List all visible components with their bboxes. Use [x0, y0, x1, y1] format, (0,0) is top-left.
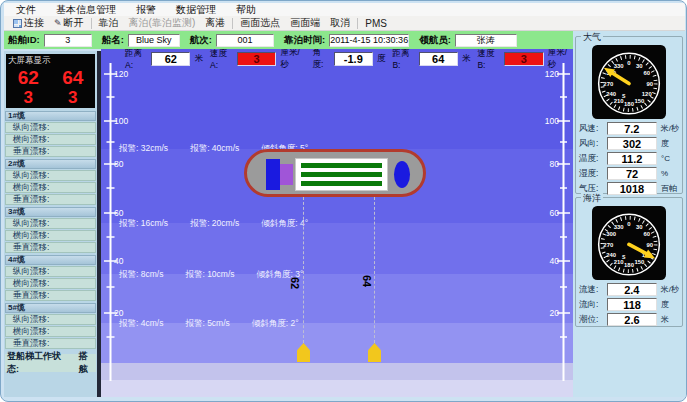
- pressure-value: 1018: [607, 182, 657, 195]
- cable-group-2: 2#缆 纵向漂移: 横向漂移: 垂直漂移:: [5, 159, 96, 205]
- tide-level-value: 2.6: [607, 313, 657, 326]
- wind-direction-gauge: 0 30 60 90 120 150 180 210 240 270 300 3…: [592, 45, 666, 119]
- toolbar-button-cancel[interactable]: 取消: [325, 17, 355, 30]
- warn-text: 报警: 5cm/s: [185, 318, 229, 330]
- ship-name-input[interactable]: Blue Sky: [128, 34, 180, 47]
- dial-label: 30: [636, 224, 643, 230]
- axis-tick-label: 100: [114, 116, 128, 126]
- wind-speed-value: 7.2: [607, 122, 657, 135]
- dial-label: 150: [634, 259, 645, 265]
- gangway-status-value: 搭舷: [79, 350, 96, 376]
- toolbar-button-moor[interactable]: 靠泊: [94, 17, 124, 30]
- berthing-canvas[interactable]: 距离A: 62 米 速度A: 3 厘米/秒 角度: -1.9 度 距离B: 64…: [101, 49, 573, 397]
- toolbar-button-disconnect[interactable]: ✎ 断开: [49, 17, 89, 30]
- axis-tick-label: 120: [114, 69, 128, 79]
- pilot-label: 领航员:: [419, 34, 451, 47]
- cable-5-lateral-drift-button[interactable]: 横向漂移:: [5, 326, 96, 337]
- alarm-text: 报警: 8cm/s: [119, 269, 163, 281]
- pilot-input[interactable]: 张涛: [455, 34, 517, 47]
- cable-2-vertical-drift-button[interactable]: 垂直漂移:: [5, 194, 96, 205]
- cable-5-longitudinal-drift-button[interactable]: 纵向漂移:: [5, 314, 96, 325]
- toolbar-button-connect[interactable]: 连接: [8, 17, 49, 30]
- disconnect-icon: ✎: [54, 19, 62, 28]
- cable-4-vertical-drift-button[interactable]: 垂直漂移:: [5, 290, 96, 301]
- pressure-unit: 百帕: [661, 183, 677, 194]
- menu-item-help[interactable]: 帮助: [236, 3, 256, 17]
- display-speed-b: 3: [68, 88, 77, 107]
- ship-bow-tank: [394, 161, 410, 188]
- display-speed-a: 3: [24, 88, 33, 107]
- berth-time-field: 靠泊时间: 2011-4-15 10:30:36: [284, 34, 409, 47]
- dial-label: 210: [614, 98, 625, 104]
- cable-2-longitudinal-drift-button[interactable]: 纵向漂移:: [5, 170, 96, 181]
- menu-item-data-management[interactable]: 数据管理: [176, 3, 216, 17]
- cable-1-vertical-drift-button[interactable]: 垂直漂移:: [5, 146, 96, 157]
- cable-2-lateral-drift-button[interactable]: 横向漂移:: [5, 182, 96, 193]
- humidity-unit: %: [661, 169, 668, 178]
- current-speed-unit: 米/秒: [661, 284, 679, 295]
- ship-superstructure: [266, 159, 280, 190]
- ship-id-input[interactable]: 3: [44, 34, 92, 47]
- warn-text: 报警: 10cm/s: [185, 269, 234, 281]
- cable-5-vertical-drift-button[interactable]: 垂直漂移:: [5, 338, 96, 349]
- axis-tick-label: 60: [114, 208, 123, 218]
- warn-text: 报警: 20cm/s: [190, 218, 239, 230]
- current-direction-row: 流向: 118 度: [576, 297, 682, 312]
- cargo-hatch: [301, 163, 382, 168]
- ship-name-field: 船名: Blue Sky: [102, 34, 180, 47]
- cable-4-longitudinal-drift-button[interactable]: 纵向漂移:: [5, 266, 96, 277]
- dial-label: 210: [614, 259, 625, 265]
- toolbar-button-screen-end[interactable]: 画面端: [285, 17, 325, 30]
- cable-4-lateral-drift-button[interactable]: 横向漂移:: [5, 278, 96, 289]
- cable-group-5-header: 5#缆: [5, 303, 96, 313]
- pilot-field: 领航员: 张涛: [419, 34, 517, 47]
- cargo-hatch: [301, 172, 382, 177]
- cable-group-3: 3#缆 纵向漂移: 横向漂移: 垂直漂移:: [5, 207, 96, 253]
- cable-1-lateral-drift-button[interactable]: 横向漂移:: [5, 134, 96, 145]
- menu-item-basic-info[interactable]: 基本信息管理: [56, 3, 116, 17]
- axis-tick-label: 80: [541, 159, 559, 169]
- toolbar-button-pms[interactable]: PMS: [360, 17, 392, 30]
- toolbar-separator: [91, 18, 92, 29]
- temperature-label: 温度:: [579, 153, 607, 165]
- left-panel: 大屏幕显示 62 64 3 3 1#缆 纵向漂移: 横向漂移: 垂直漂移: 2#…: [4, 51, 97, 397]
- current-speed-label: 流速:: [579, 284, 607, 296]
- gangway-status-label: 登船梯工作状态:: [7, 350, 71, 376]
- warn-text: 报警: 40cm/s: [190, 143, 239, 155]
- cable-3-lateral-drift-button[interactable]: 横向漂移:: [5, 230, 96, 241]
- axis-tick-label: 60: [541, 208, 559, 218]
- toolbar-button-disconnect-label: 断开: [64, 16, 84, 30]
- toolbar-button-screen-pick[interactable]: 画面选点: [235, 17, 285, 30]
- dial-label: 270: [603, 81, 614, 87]
- dial-label: 30: [636, 63, 643, 69]
- voyage-input[interactable]: 001: [216, 34, 274, 47]
- humidity-row: 湿度: 72 %: [576, 166, 682, 181]
- berth-time-input[interactable]: 2011-4-15 10:30:36: [329, 34, 409, 47]
- cable-group-4-header: 4#缆: [5, 255, 96, 265]
- axis-tick-label: 80: [114, 159, 123, 169]
- cable-1-longitudinal-drift-button[interactable]: 纵向漂移:: [5, 122, 96, 133]
- humidity-label: 湿度:: [579, 168, 607, 180]
- voyage-label: 航次:: [190, 34, 212, 47]
- dial-label: 120: [642, 91, 653, 97]
- current-direction-gauge: 0 30 60 90 120 150 180 210 240 270 300 3…: [592, 206, 666, 280]
- wind-direction-label: 风向:: [579, 138, 607, 150]
- cable-3-vertical-drift-button[interactable]: 垂直漂移:: [5, 242, 96, 253]
- measure-line-a: [303, 197, 304, 343]
- cable-3-longitudinal-drift-button[interactable]: 纵向漂移:: [5, 218, 96, 229]
- tide-level-unit: 米: [661, 314, 669, 325]
- axis-tick-label: 40: [114, 256, 123, 266]
- current-speed-row: 流速: 2.4 米/秒: [576, 282, 682, 297]
- toolbar-button-unmoor: 离泊(靠泊监测): [124, 17, 201, 30]
- dial-south-label: S: [622, 254, 626, 260]
- connect-icon: [13, 19, 22, 28]
- dial-label: 150: [634, 98, 645, 104]
- toolbar-button-depart[interactable]: 离港: [200, 17, 230, 30]
- axis-tick-label: 20: [114, 308, 123, 318]
- berth-time-label: 靠泊时间:: [284, 34, 325, 47]
- menu-item-alarm[interactable]: 报警: [136, 3, 156, 17]
- right-panel: 大气 0 30 60 90 120 150 180 210 240 270 30…: [573, 31, 686, 397]
- cable-group-5: 5#缆 纵向漂移: 横向漂移: 垂直漂移:: [5, 303, 96, 349]
- ocean-group: 海洋 0 30 60 90 120 150 180 210 240 270 30…: [575, 197, 683, 327]
- menu-item-file[interactable]: 文件: [16, 3, 36, 17]
